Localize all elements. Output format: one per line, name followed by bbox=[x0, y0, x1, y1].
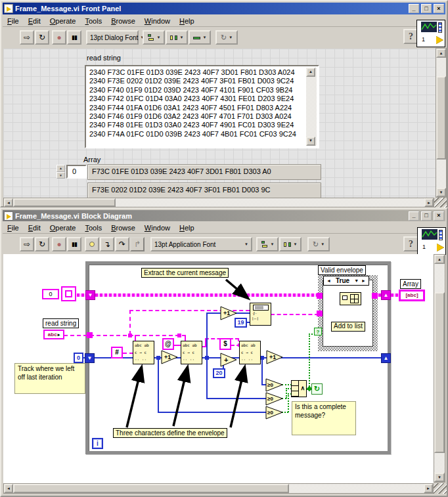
case-tunnel[interactable] bbox=[317, 293, 323, 299]
step-out-button[interactable]: ↱ bbox=[130, 237, 145, 251]
gte-zero-node[interactable]: ≥0 bbox=[265, 392, 283, 406]
run-continuous-button[interactable]: ↻ bbox=[35, 237, 49, 251]
menu-edit[interactable]: Edit bbox=[24, 16, 45, 26]
string-subset-node[interactable]: ·ʃ·· |↔| bbox=[250, 303, 271, 326]
chevron-down-icon[interactable]: ▼ bbox=[353, 276, 360, 285]
array-element-0[interactable]: F73C 01FE 01D3 039E 2423 40F7 3D01 F801 … bbox=[87, 164, 321, 180]
minimize-button[interactable]: _ bbox=[409, 211, 419, 221]
menu-file[interactable]: File bbox=[3, 16, 24, 26]
read-string-terminal[interactable]: abc ▸ bbox=[43, 330, 64, 339]
empty-string-array-constant[interactable]: 0 bbox=[42, 286, 79, 302]
increment-node[interactable]: +1 bbox=[161, 350, 178, 364]
resize-objects-button[interactable]: ▼ bbox=[189, 30, 211, 45]
array-indicator-terminal[interactable]: [abc] bbox=[399, 290, 425, 301]
case-tunnel[interactable] bbox=[372, 293, 378, 299]
case-selector[interactable]: ◄ True ▼ ► bbox=[323, 276, 369, 286]
vscroll-thumb[interactable] bbox=[436, 76, 446, 160]
array-constant-element[interactable] bbox=[61, 286, 76, 301]
hscroll-thumb[interactable] bbox=[13, 484, 289, 493]
distribute-objects-button[interactable]: ▼ bbox=[279, 237, 302, 251]
align-objects-button[interactable]: ▼ bbox=[143, 30, 165, 45]
pause-button[interactable]: ▮▮ bbox=[67, 30, 81, 45]
match-pattern-node-3[interactable]: abc abc → c·· ·· bbox=[239, 341, 261, 364]
gte-zero-node[interactable]: ≥0 bbox=[265, 378, 283, 392]
case-selector-tunnel[interactable]: ? bbox=[314, 328, 322, 335]
shift-register-left-offset[interactable]: ▼ bbox=[85, 353, 95, 363]
read-string-display[interactable]: 2340 F73C 01FE 01D3 039E 2423 40F7 3D01 … bbox=[85, 65, 319, 148]
twenty-constant[interactable]: 20 bbox=[213, 368, 225, 378]
font-selector[interactable]: 13pt Dialog Font ▼ bbox=[86, 30, 139, 45]
minimize-button[interactable]: _ bbox=[409, 4, 419, 13]
align-objects-button[interactable]: ▼ bbox=[256, 237, 279, 251]
distribute-objects-button[interactable]: ▼ bbox=[166, 30, 188, 45]
increment-icon[interactable]: ▲ bbox=[56, 165, 65, 172]
step-into-button[interactable]: ↴ bbox=[100, 237, 114, 251]
scroll-down-icon[interactable]: ▼ bbox=[434, 473, 445, 482]
scroll-up-icon[interactable]: ▲ bbox=[306, 68, 315, 77]
build-array-node[interactable] bbox=[340, 292, 361, 305]
array-constant-index[interactable]: 0 bbox=[42, 289, 59, 299]
block-diagram-titlebar[interactable]: Frame_Message.vi Block Diagram _ □ × bbox=[3, 210, 445, 221]
close-button[interactable]: × bbox=[434, 211, 444, 221]
match-pattern-node-1[interactable]: abc abc → c·· ·· bbox=[133, 341, 154, 364]
offset-init-constant[interactable]: 0 bbox=[74, 353, 83, 363]
menu-help[interactable]: Help bbox=[175, 223, 199, 233]
scroll-up-icon[interactable]: ▲ bbox=[434, 255, 445, 264]
gte-zero-node[interactable]: ≥0 bbox=[265, 406, 283, 420]
front-panel-hscrollbar[interactable]: ◄ ► bbox=[3, 198, 434, 207]
menu-window[interactable]: Window bbox=[140, 223, 175, 233]
menu-operate[interactable]: Operate bbox=[45, 16, 81, 26]
front-panel-titlebar[interactable]: Frame_Message.vi Front Panel _ □ × bbox=[3, 3, 445, 14]
scroll-left-icon[interactable]: ◄ bbox=[4, 484, 13, 493]
abort-button[interactable]: ● bbox=[52, 30, 66, 45]
decrement-icon[interactable]: ▼ bbox=[56, 172, 65, 179]
add-node[interactable]: + bbox=[220, 353, 237, 367]
reorder-button[interactable]: ↻ ▼ bbox=[215, 30, 238, 45]
step-over-button[interactable]: ↷ bbox=[115, 237, 129, 251]
hscroll-thumb[interactable] bbox=[13, 198, 116, 207]
scroll-left-icon[interactable]: ◄ bbox=[4, 198, 13, 207]
close-button[interactable]: × bbox=[434, 4, 444, 13]
reorder-button[interactable]: ↻ ▼ bbox=[307, 237, 330, 251]
scroll-up-icon[interactable]: ▲ bbox=[436, 49, 446, 58]
shift-register-right-strings[interactable]: ▲ bbox=[381, 290, 391, 300]
vi-icon-badge[interactable]: 1 bbox=[417, 227, 446, 255]
nineteen-constant[interactable]: 19 bbox=[235, 318, 247, 328]
block-diagram-vscrollbar[interactable]: ▲ ▼ bbox=[434, 254, 445, 483]
menu-help[interactable]: Help bbox=[175, 16, 199, 26]
scroll-right-icon[interactable]: ► bbox=[424, 484, 433, 493]
loop-tunnel[interactable] bbox=[87, 332, 93, 338]
increment-node[interactable]: +1 bbox=[266, 350, 283, 364]
run-continuous-button[interactable]: ↻ bbox=[35, 30, 49, 45]
abort-button[interactable]: ● bbox=[52, 237, 66, 251]
read-string-scrollbar[interactable]: ▲ ▼ bbox=[306, 68, 317, 146]
case-tunnel[interactable] bbox=[317, 311, 323, 316]
maximize-button[interactable]: □ bbox=[421, 4, 432, 13]
resize-grip[interactable] bbox=[434, 198, 447, 207]
match-pattern-node-2[interactable]: abc abc → c·· ·· bbox=[181, 341, 202, 364]
menu-file[interactable]: File bbox=[3, 223, 24, 233]
menu-tools[interactable]: Tools bbox=[80, 16, 106, 26]
menu-tools[interactable]: Tools bbox=[80, 223, 106, 233]
run-button[interactable]: ⇨ bbox=[20, 237, 34, 251]
menu-edit[interactable]: Edit bbox=[24, 223, 45, 233]
case-next-icon[interactable]: ► bbox=[360, 276, 367, 285]
context-help-button[interactable]: ? bbox=[403, 236, 418, 251]
case-prev-icon[interactable]: ◄ bbox=[325, 276, 332, 285]
font-selector[interactable]: 13pt Application Font ▼ bbox=[150, 237, 252, 251]
resize-grip[interactable] bbox=[434, 483, 447, 494]
shift-register-right-offset[interactable]: ▲ bbox=[381, 353, 391, 363]
vscroll-thumb[interactable] bbox=[434, 292, 445, 453]
run-button[interactable]: ⇨ bbox=[20, 30, 34, 45]
block-diagram-hscrollbar[interactable]: ◄ ► bbox=[3, 483, 434, 494]
scroll-down-icon[interactable]: ▼ bbox=[306, 137, 315, 146]
dollar-constant[interactable]: $ bbox=[219, 338, 231, 350]
at-constant[interactable]: @ bbox=[162, 338, 174, 350]
compound-and-node[interactable]: ∧ bbox=[291, 380, 307, 397]
menu-operate[interactable]: Operate bbox=[45, 223, 81, 233]
continue-if-true-terminal[interactable]: ↻ bbox=[311, 383, 323, 395]
array-index-field[interactable]: 0 bbox=[66, 165, 87, 179]
scroll-down-icon[interactable]: ▼ bbox=[436, 188, 446, 197]
pause-button[interactable]: ▮▮ bbox=[67, 237, 81, 251]
shift-register-left-strings[interactable]: ▼ bbox=[85, 290, 95, 300]
